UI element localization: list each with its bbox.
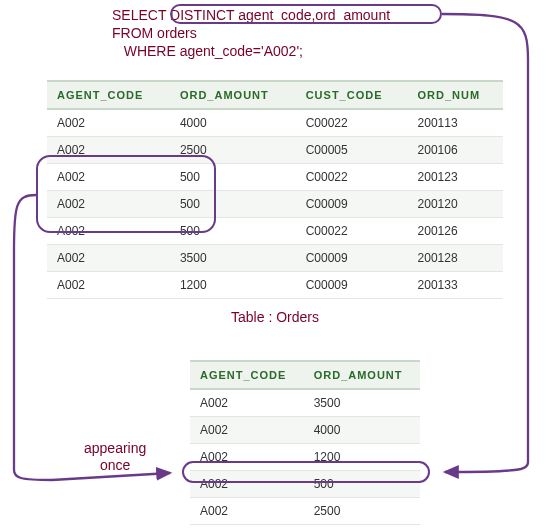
orders-col-ord-num: ORD_NUM bbox=[408, 81, 503, 109]
orders-table-section: AGENT_CODE ORD_AMOUNT CUST_CODE ORD_NUM … bbox=[47, 80, 503, 325]
results-table-section: AGENT_CODE ORD_AMOUNT A0023500 A0024000 … bbox=[190, 360, 420, 532]
table-row: A0024000 bbox=[190, 417, 420, 444]
table-row: A0022500 bbox=[190, 498, 420, 525]
table-row: A0022500C00005200106 bbox=[47, 137, 503, 164]
orders-col-ord-amount: ORD_AMOUNT bbox=[170, 81, 296, 109]
table-row: A002500C00022200123 bbox=[47, 164, 503, 191]
appearing-once-label: appearing once bbox=[84, 440, 146, 474]
table-row: A0024000C00022200113 bbox=[47, 109, 503, 137]
orders-col-cust-code: CUST_CODE bbox=[296, 81, 408, 109]
table-row: A002500C00009200120 bbox=[47, 191, 503, 218]
results-col-agent-code: AGENT_CODE bbox=[190, 361, 304, 389]
sql-distinct-clause: DISTINCT agent_code,ord_amount bbox=[170, 7, 390, 23]
table-row: A0021200C00009200133 bbox=[47, 272, 503, 299]
orders-table-caption: Table : Orders bbox=[47, 309, 503, 325]
table-row: A0023500C00009200128 bbox=[47, 245, 503, 272]
table-row: A002500C00022200126 bbox=[47, 218, 503, 245]
sql-line-2: FROM orders bbox=[112, 24, 390, 42]
table-row: A0021200 bbox=[190, 444, 420, 471]
sql-query: SELECT DISTINCT agent_code,ord_amount FR… bbox=[112, 6, 390, 60]
orders-col-agent-code: AGENT_CODE bbox=[47, 81, 170, 109]
orders-table: AGENT_CODE ORD_AMOUNT CUST_CODE ORD_NUM … bbox=[47, 80, 503, 299]
results-table: AGENT_CODE ORD_AMOUNT A0023500 A0024000 … bbox=[190, 360, 420, 525]
sql-select-keyword: SELECT bbox=[112, 7, 170, 23]
orders-header-row: AGENT_CODE ORD_AMOUNT CUST_CODE ORD_NUM bbox=[47, 81, 503, 109]
table-row: A002500 bbox=[190, 471, 420, 498]
sql-line-3: WHERE agent_code='A002'; bbox=[112, 42, 390, 60]
sql-line-1: SELECT DISTINCT agent_code,ord_amount bbox=[112, 6, 390, 24]
results-col-ord-amount: ORD_AMOUNT bbox=[304, 361, 420, 389]
results-header-row: AGENT_CODE ORD_AMOUNT bbox=[190, 361, 420, 389]
table-row: A0023500 bbox=[190, 389, 420, 417]
